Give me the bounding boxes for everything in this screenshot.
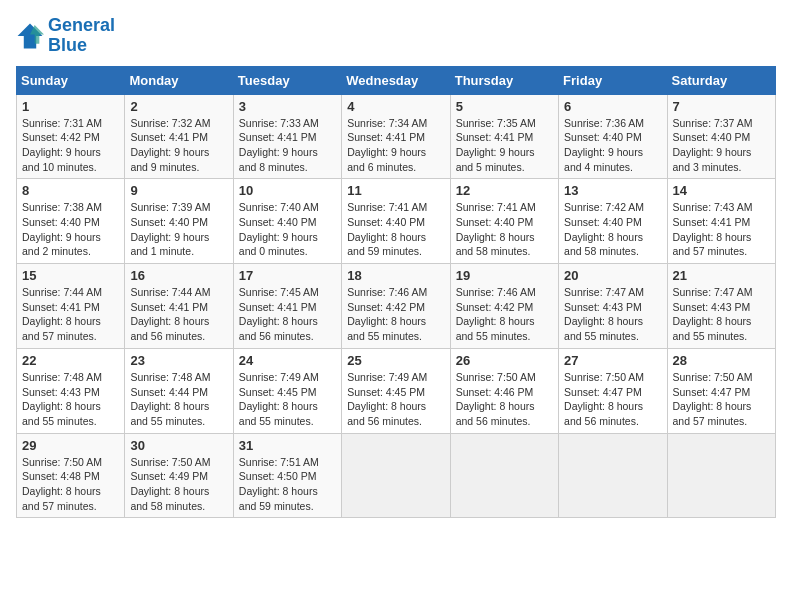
day-number: 23 [130, 353, 227, 368]
calendar-cell: 27 Sunrise: 7:50 AMSunset: 4:47 PMDaylig… [559, 348, 667, 433]
day-number: 28 [673, 353, 770, 368]
column-header-monday: Monday [125, 66, 233, 94]
day-info: Sunrise: 7:49 AMSunset: 4:45 PMDaylight:… [239, 370, 336, 429]
day-number: 5 [456, 99, 553, 114]
day-info: Sunrise: 7:51 AMSunset: 4:50 PMDaylight:… [239, 455, 336, 514]
day-info: Sunrise: 7:47 AMSunset: 4:43 PMDaylight:… [673, 285, 770, 344]
calendar-cell: 17 Sunrise: 7:45 AMSunset: 4:41 PMDaylig… [233, 264, 341, 349]
calendar-body: 1 Sunrise: 7:31 AMSunset: 4:42 PMDayligh… [17, 94, 776, 518]
calendar-table: SundayMondayTuesdayWednesdayThursdayFrid… [16, 66, 776, 519]
day-info: Sunrise: 7:41 AMSunset: 4:40 PMDaylight:… [347, 200, 444, 259]
calendar-week-1: 1 Sunrise: 7:31 AMSunset: 4:42 PMDayligh… [17, 94, 776, 179]
day-info: Sunrise: 7:45 AMSunset: 4:41 PMDaylight:… [239, 285, 336, 344]
column-header-friday: Friday [559, 66, 667, 94]
day-number: 17 [239, 268, 336, 283]
calendar-cell: 20 Sunrise: 7:47 AMSunset: 4:43 PMDaylig… [559, 264, 667, 349]
calendar-cell: 13 Sunrise: 7:42 AMSunset: 4:40 PMDaylig… [559, 179, 667, 264]
calendar-cell: 14 Sunrise: 7:43 AMSunset: 4:41 PMDaylig… [667, 179, 775, 264]
day-number: 18 [347, 268, 444, 283]
day-info: Sunrise: 7:49 AMSunset: 4:45 PMDaylight:… [347, 370, 444, 429]
calendar-week-4: 22 Sunrise: 7:48 AMSunset: 4:43 PMDaylig… [17, 348, 776, 433]
day-info: Sunrise: 7:50 AMSunset: 4:48 PMDaylight:… [22, 455, 119, 514]
day-info: Sunrise: 7:47 AMSunset: 4:43 PMDaylight:… [564, 285, 661, 344]
day-info: Sunrise: 7:41 AMSunset: 4:40 PMDaylight:… [456, 200, 553, 259]
day-info: Sunrise: 7:39 AMSunset: 4:40 PMDaylight:… [130, 200, 227, 259]
day-number: 13 [564, 183, 661, 198]
day-info: Sunrise: 7:34 AMSunset: 4:41 PMDaylight:… [347, 116, 444, 175]
calendar-cell: 24 Sunrise: 7:49 AMSunset: 4:45 PMDaylig… [233, 348, 341, 433]
day-info: Sunrise: 7:33 AMSunset: 4:41 PMDaylight:… [239, 116, 336, 175]
day-number: 8 [22, 183, 119, 198]
column-header-thursday: Thursday [450, 66, 558, 94]
day-number: 2 [130, 99, 227, 114]
calendar-cell: 7 Sunrise: 7:37 AMSunset: 4:40 PMDayligh… [667, 94, 775, 179]
day-info: Sunrise: 7:38 AMSunset: 4:40 PMDaylight:… [22, 200, 119, 259]
calendar-header-row: SundayMondayTuesdayWednesdayThursdayFrid… [17, 66, 776, 94]
calendar-cell [559, 433, 667, 518]
logo-text: General Blue [48, 16, 115, 56]
calendar-cell: 23 Sunrise: 7:48 AMSunset: 4:44 PMDaylig… [125, 348, 233, 433]
day-info: Sunrise: 7:37 AMSunset: 4:40 PMDaylight:… [673, 116, 770, 175]
calendar-cell: 18 Sunrise: 7:46 AMSunset: 4:42 PMDaylig… [342, 264, 450, 349]
day-number: 31 [239, 438, 336, 453]
day-info: Sunrise: 7:42 AMSunset: 4:40 PMDaylight:… [564, 200, 661, 259]
day-info: Sunrise: 7:48 AMSunset: 4:43 PMDaylight:… [22, 370, 119, 429]
day-info: Sunrise: 7:40 AMSunset: 4:40 PMDaylight:… [239, 200, 336, 259]
calendar-cell: 12 Sunrise: 7:41 AMSunset: 4:40 PMDaylig… [450, 179, 558, 264]
calendar-cell: 2 Sunrise: 7:32 AMSunset: 4:41 PMDayligh… [125, 94, 233, 179]
calendar-cell: 8 Sunrise: 7:38 AMSunset: 4:40 PMDayligh… [17, 179, 125, 264]
calendar-cell: 9 Sunrise: 7:39 AMSunset: 4:40 PMDayligh… [125, 179, 233, 264]
day-info: Sunrise: 7:50 AMSunset: 4:49 PMDaylight:… [130, 455, 227, 514]
column-header-sunday: Sunday [17, 66, 125, 94]
day-number: 11 [347, 183, 444, 198]
calendar-cell [342, 433, 450, 518]
calendar-cell: 21 Sunrise: 7:47 AMSunset: 4:43 PMDaylig… [667, 264, 775, 349]
calendar-cell: 15 Sunrise: 7:44 AMSunset: 4:41 PMDaylig… [17, 264, 125, 349]
calendar-cell: 6 Sunrise: 7:36 AMSunset: 4:40 PMDayligh… [559, 94, 667, 179]
calendar-cell [450, 433, 558, 518]
day-info: Sunrise: 7:50 AMSunset: 4:46 PMDaylight:… [456, 370, 553, 429]
day-info: Sunrise: 7:32 AMSunset: 4:41 PMDaylight:… [130, 116, 227, 175]
calendar-cell: 11 Sunrise: 7:41 AMSunset: 4:40 PMDaylig… [342, 179, 450, 264]
calendar-cell: 28 Sunrise: 7:50 AMSunset: 4:47 PMDaylig… [667, 348, 775, 433]
calendar-week-3: 15 Sunrise: 7:44 AMSunset: 4:41 PMDaylig… [17, 264, 776, 349]
day-number: 10 [239, 183, 336, 198]
day-number: 1 [22, 99, 119, 114]
day-info: Sunrise: 7:31 AMSunset: 4:42 PMDaylight:… [22, 116, 119, 175]
day-number: 15 [22, 268, 119, 283]
column-header-wednesday: Wednesday [342, 66, 450, 94]
logo-icon [16, 22, 44, 50]
day-number: 19 [456, 268, 553, 283]
calendar-cell: 30 Sunrise: 7:50 AMSunset: 4:49 PMDaylig… [125, 433, 233, 518]
day-info: Sunrise: 7:48 AMSunset: 4:44 PMDaylight:… [130, 370, 227, 429]
day-number: 29 [22, 438, 119, 453]
day-info: Sunrise: 7:46 AMSunset: 4:42 PMDaylight:… [347, 285, 444, 344]
day-number: 7 [673, 99, 770, 114]
day-number: 22 [22, 353, 119, 368]
day-number: 30 [130, 438, 227, 453]
day-info: Sunrise: 7:35 AMSunset: 4:41 PMDaylight:… [456, 116, 553, 175]
day-info: Sunrise: 7:43 AMSunset: 4:41 PMDaylight:… [673, 200, 770, 259]
day-info: Sunrise: 7:44 AMSunset: 4:41 PMDaylight:… [130, 285, 227, 344]
day-number: 9 [130, 183, 227, 198]
calendar-cell: 16 Sunrise: 7:44 AMSunset: 4:41 PMDaylig… [125, 264, 233, 349]
day-info: Sunrise: 7:46 AMSunset: 4:42 PMDaylight:… [456, 285, 553, 344]
calendar-cell: 29 Sunrise: 7:50 AMSunset: 4:48 PMDaylig… [17, 433, 125, 518]
calendar-week-5: 29 Sunrise: 7:50 AMSunset: 4:48 PMDaylig… [17, 433, 776, 518]
day-info: Sunrise: 7:36 AMSunset: 4:40 PMDaylight:… [564, 116, 661, 175]
day-number: 26 [456, 353, 553, 368]
calendar-cell: 10 Sunrise: 7:40 AMSunset: 4:40 PMDaylig… [233, 179, 341, 264]
day-number: 6 [564, 99, 661, 114]
calendar-cell: 22 Sunrise: 7:48 AMSunset: 4:43 PMDaylig… [17, 348, 125, 433]
logo: General Blue [16, 16, 115, 56]
day-number: 12 [456, 183, 553, 198]
day-number: 20 [564, 268, 661, 283]
day-number: 24 [239, 353, 336, 368]
calendar-cell: 5 Sunrise: 7:35 AMSunset: 4:41 PMDayligh… [450, 94, 558, 179]
calendar-cell: 3 Sunrise: 7:33 AMSunset: 4:41 PMDayligh… [233, 94, 341, 179]
day-number: 25 [347, 353, 444, 368]
calendar-cell: 1 Sunrise: 7:31 AMSunset: 4:42 PMDayligh… [17, 94, 125, 179]
calendar-cell: 31 Sunrise: 7:51 AMSunset: 4:50 PMDaylig… [233, 433, 341, 518]
calendar-cell: 26 Sunrise: 7:50 AMSunset: 4:46 PMDaylig… [450, 348, 558, 433]
page-header: General Blue [16, 16, 776, 56]
